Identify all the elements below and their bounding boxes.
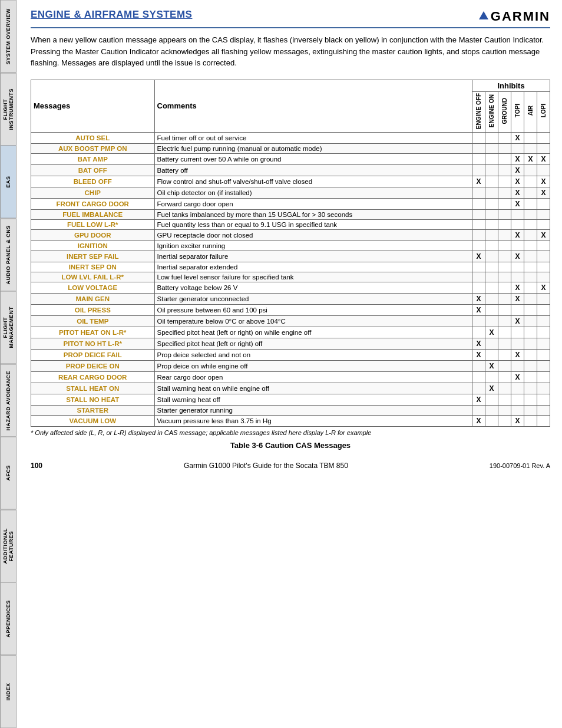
table-footnote: * Only affected side (L, R, or L-R) disp… bbox=[31, 429, 550, 436]
comment-cell: Fuel quantity less than or equal to 9.1 … bbox=[154, 219, 472, 229]
message-cell: LOW LVL FAIL L-R* bbox=[31, 272, 155, 282]
inhibit-cell bbox=[472, 132, 485, 143]
comment-cell: Oil pressure between 60 and 100 psi bbox=[154, 304, 472, 315]
main-content: ENGINE & AIRFRAME SYSTEMS GARMIN When a … bbox=[19, 0, 562, 482]
col-ground: GROUND bbox=[498, 91, 511, 132]
inhibit-cell bbox=[511, 241, 524, 251]
garmin-triangle-icon bbox=[479, 11, 488, 19]
inhibit-cell: X bbox=[485, 383, 498, 394]
table-row: FUEL LOW L-R*Fuel quantity less than or … bbox=[31, 219, 550, 229]
comment-cell: GPU receptacle door not closed bbox=[154, 229, 472, 241]
sidebar-item-audio-panel[interactable]: AUDIO PANEL & CNS bbox=[0, 219, 16, 292]
inhibits-header: Inhibits bbox=[472, 80, 550, 91]
table-caption: Table 3-6 Caution CAS Messages bbox=[31, 441, 550, 450]
inhibit-cell bbox=[485, 349, 498, 360]
message-cell: OIL PRESS bbox=[31, 304, 155, 315]
inhibit-cell bbox=[498, 143, 511, 153]
inhibit-cell bbox=[498, 132, 511, 143]
sidebar-item-afcs[interactable]: AFCS bbox=[0, 437, 16, 510]
inhibit-cell bbox=[524, 176, 537, 187]
message-cell: PROP DEICE FAIL bbox=[31, 349, 155, 360]
message-cell: AUX BOOST PMP ON bbox=[31, 143, 155, 153]
inhibit-cell bbox=[537, 164, 550, 176]
inhibit-cell bbox=[524, 251, 537, 262]
inhibit-cell bbox=[524, 315, 537, 327]
sidebar-item-appendices[interactable]: APPENDICES bbox=[0, 582, 16, 655]
inhibit-cell bbox=[524, 383, 537, 394]
inhibit-cell bbox=[511, 360, 524, 371]
comment-cell: Forward cargo door open bbox=[154, 198, 472, 209]
message-cell: INERT SEP ON bbox=[31, 262, 155, 272]
inhibit-cell: X bbox=[537, 229, 550, 241]
page-header: ENGINE & AIRFRAME SYSTEMS GARMIN bbox=[31, 9, 550, 28]
inhibit-cell bbox=[472, 272, 485, 282]
sidebar-item-additional-features[interactable]: ADDITIONAL FEATURES bbox=[0, 510, 16, 583]
table-row: PROP DEICE ONProp deice on while engine … bbox=[31, 360, 550, 371]
inhibit-cell bbox=[511, 262, 524, 272]
inhibit-cell bbox=[472, 282, 485, 293]
inhibit-cell bbox=[472, 153, 485, 164]
inhibit-cell bbox=[537, 338, 550, 349]
inhibit-cell bbox=[537, 209, 550, 219]
comment-cell: Inertial separator failure bbox=[154, 251, 472, 262]
inhibit-cell: X bbox=[511, 251, 524, 262]
message-cell: PROP DEICE ON bbox=[31, 360, 155, 371]
comment-cell: Battery voltage below 26 V bbox=[154, 282, 472, 293]
inhibit-cell bbox=[472, 143, 485, 153]
inhibit-cell bbox=[537, 327, 550, 338]
inhibit-cell bbox=[524, 360, 537, 371]
comment-cell: Prop deice on while engine off bbox=[154, 360, 472, 371]
inhibit-cell bbox=[498, 198, 511, 209]
inhibit-cell bbox=[472, 383, 485, 394]
message-cell: REAR CARGO DOOR bbox=[31, 371, 155, 383]
inhibit-cell: X bbox=[511, 198, 524, 209]
inhibit-cell bbox=[485, 219, 498, 229]
comment-cell: Ignition exciter running bbox=[154, 241, 472, 251]
inhibit-cell: X bbox=[511, 164, 524, 176]
sidebar-item-index[interactable]: INDEX bbox=[0, 655, 16, 729]
table-row: VACUUM LOWVacuum pressure less than 3.75… bbox=[31, 415, 550, 426]
inhibit-cell bbox=[498, 209, 511, 219]
inhibit-cell bbox=[524, 198, 537, 209]
inhibit-cell bbox=[472, 219, 485, 229]
sidebar-item-flight-instruments[interactable]: FLIGHT INSTRUMENTS bbox=[0, 73, 16, 146]
inhibit-cell: X bbox=[472, 176, 485, 187]
table-row: GPU DOORGPU receptacle door not closedXX bbox=[31, 229, 550, 241]
inhibit-cell bbox=[537, 241, 550, 251]
inhibit-cell bbox=[472, 198, 485, 209]
inhibit-cell: X bbox=[537, 176, 550, 187]
inhibit-cell bbox=[511, 338, 524, 349]
col-air: AIR bbox=[524, 91, 537, 132]
sidebar-item-eas[interactable]: EAS bbox=[0, 146, 16, 219]
inhibit-cell bbox=[498, 282, 511, 293]
inhibit-cell bbox=[498, 187, 511, 198]
sidebar-item-hazard-avoidance[interactable]: HAZARD AVOIDANCE bbox=[0, 364, 16, 437]
sidebar-item-flight-management[interactable]: FLIGHT MANAGEMENT bbox=[0, 291, 16, 364]
comment-cell: Battery off bbox=[154, 164, 472, 176]
inhibit-cell bbox=[511, 143, 524, 153]
message-cell: OIL TEMP bbox=[31, 315, 155, 327]
comment-cell: Specified pitot heat (left or right) off bbox=[154, 338, 472, 349]
inhibit-cell bbox=[498, 293, 511, 304]
inhibit-cell bbox=[511, 383, 524, 394]
inhibit-cell bbox=[537, 405, 550, 415]
comment-cell: Stall warning heat off bbox=[154, 394, 472, 405]
sidebar-item-system-overview[interactable]: SYSTEM OVERVIEW bbox=[0, 0, 16, 73]
inhibit-cell bbox=[511, 209, 524, 219]
inhibit-cell bbox=[472, 405, 485, 415]
inhibit-cell bbox=[524, 327, 537, 338]
inhibit-cell bbox=[498, 315, 511, 327]
inhibit-cell bbox=[498, 229, 511, 241]
inhibit-cell bbox=[537, 251, 550, 262]
inhibit-cell bbox=[472, 209, 485, 219]
inhibit-cell bbox=[524, 241, 537, 251]
inhibit-cell bbox=[485, 132, 498, 143]
inhibit-cell bbox=[537, 219, 550, 229]
inhibit-cell bbox=[485, 282, 498, 293]
inhibit-cell: X bbox=[485, 327, 498, 338]
comment-cell: Low fuel level sensor failure for specif… bbox=[154, 272, 472, 282]
message-cell: PITOT HEAT ON L-R* bbox=[31, 327, 155, 338]
inhibit-cell bbox=[511, 219, 524, 229]
comment-cell: Starter generator unconnected bbox=[154, 293, 472, 304]
inhibit-cell bbox=[537, 415, 550, 426]
